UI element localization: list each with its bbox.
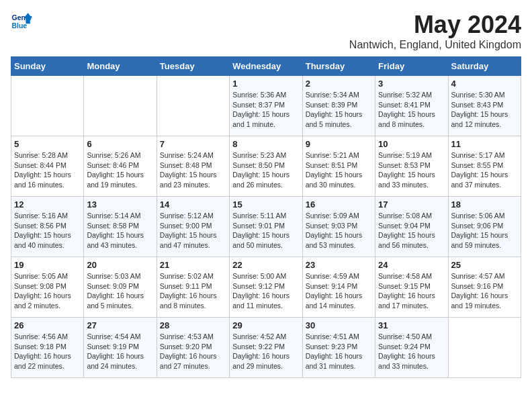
calendar-cell: 23Sunrise: 4:59 AMSunset: 9:14 PMDayligh… (302, 257, 375, 318)
calendar-cell: 14Sunrise: 5:12 AMSunset: 9:00 PMDayligh… (157, 197, 229, 257)
calendar-cell: 15Sunrise: 5:11 AMSunset: 9:01 PMDayligh… (230, 197, 302, 257)
day-number: 3 (378, 79, 445, 89)
calendar-header-row: SundayMondayTuesdayWednesdayThursdayFrid… (11, 57, 521, 76)
day-info: Sunrise: 5:00 AMSunset: 9:12 PMDaylight:… (232, 271, 299, 311)
day-info: Sunrise: 5:06 AMSunset: 9:06 PMDaylight:… (451, 211, 518, 250)
calendar-cell: 10Sunrise: 5:19 AMSunset: 8:53 PMDayligh… (375, 136, 448, 197)
calendar-cell: 29Sunrise: 4:52 AMSunset: 9:22 PMDayligh… (230, 318, 302, 378)
logo-icon: General Blue (11, 11, 32, 32)
calendar-cell: 20Sunrise: 5:03 AMSunset: 9:09 PMDayligh… (84, 257, 157, 318)
calendar-cell (157, 76, 229, 136)
week-row-2: 5Sunrise: 5:28 AMSunset: 8:44 PMDaylight… (11, 136, 521, 197)
day-number: 26 (14, 320, 81, 330)
calendar-cell (84, 76, 157, 136)
day-number: 11 (451, 139, 518, 149)
calendar-cell: 27Sunrise: 4:54 AMSunset: 9:19 PMDayligh… (84, 318, 157, 378)
calendar-table: SundayMondayTuesdayWednesdayThursdayFrid… (11, 56, 521, 378)
week-row-1: 1Sunrise: 5:36 AMSunset: 8:37 PMDaylight… (11, 76, 521, 136)
day-info: Sunrise: 5:28 AMSunset: 8:44 PMDaylight:… (14, 150, 81, 190)
header-monday: Monday (84, 57, 157, 76)
day-number: 30 (306, 320, 372, 330)
calendar-cell: 21Sunrise: 5:02 AMSunset: 9:11 PMDayligh… (157, 257, 229, 318)
logo: General Blue (11, 11, 32, 32)
day-number: 2 (306, 79, 372, 89)
calendar-cell: 28Sunrise: 4:53 AMSunset: 9:20 PMDayligh… (157, 318, 229, 378)
day-info: Sunrise: 5:11 AMSunset: 9:01 PMDaylight:… (232, 211, 299, 250)
day-info: Sunrise: 4:57 AMSunset: 9:16 PMDaylight:… (451, 271, 518, 311)
day-number: 15 (232, 199, 299, 210)
calendar-cell: 5Sunrise: 5:28 AMSunset: 8:44 PMDaylight… (11, 136, 84, 197)
day-number: 6 (87, 139, 153, 149)
day-number: 5 (14, 139, 81, 149)
day-number: 8 (232, 139, 299, 149)
day-number: 31 (378, 320, 445, 330)
day-number: 27 (87, 320, 153, 330)
calendar-cell: 12Sunrise: 5:16 AMSunset: 8:56 PMDayligh… (11, 197, 84, 257)
calendar-cell: 26Sunrise: 4:56 AMSunset: 9:18 PMDayligh… (11, 318, 84, 378)
day-info: Sunrise: 5:16 AMSunset: 8:56 PMDaylight:… (14, 211, 81, 250)
day-info: Sunrise: 5:19 AMSunset: 8:53 PMDaylight:… (378, 150, 445, 190)
header-thursday: Thursday (302, 57, 375, 76)
header-sunday: Sunday (11, 57, 84, 76)
calendar-cell: 9Sunrise: 5:21 AMSunset: 8:51 PMDaylight… (302, 136, 375, 197)
day-number: 14 (160, 199, 226, 210)
day-number: 16 (306, 199, 372, 210)
calendar-cell: 13Sunrise: 5:14 AMSunset: 8:58 PMDayligh… (84, 197, 157, 257)
day-info: Sunrise: 4:54 AMSunset: 9:19 PMDaylight:… (87, 332, 153, 371)
header-saturday: Saturday (448, 57, 521, 76)
day-number: 29 (232, 320, 299, 330)
day-info: Sunrise: 4:50 AMSunset: 9:24 PMDaylight:… (378, 332, 445, 371)
calendar-cell: 31Sunrise: 4:50 AMSunset: 9:24 PMDayligh… (375, 318, 448, 378)
calendar-cell (448, 318, 521, 378)
day-number: 13 (87, 199, 153, 210)
day-info: Sunrise: 4:51 AMSunset: 9:23 PMDaylight:… (306, 332, 372, 371)
day-info: Sunrise: 4:52 AMSunset: 9:22 PMDaylight:… (232, 332, 299, 371)
day-info: Sunrise: 5:09 AMSunset: 9:03 PMDaylight:… (306, 211, 372, 250)
header-friday: Friday (375, 57, 448, 76)
day-number: 20 (87, 260, 153, 270)
calendar-cell: 22Sunrise: 5:00 AMSunset: 9:12 PMDayligh… (230, 257, 302, 318)
calendar-cell: 19Sunrise: 5:05 AMSunset: 9:08 PMDayligh… (11, 257, 84, 318)
calendar-cell: 18Sunrise: 5:06 AMSunset: 9:06 PMDayligh… (448, 197, 521, 257)
page-header: General Blue May 2024 Nantwich, England,… (11, 11, 521, 51)
day-info: Sunrise: 5:24 AMSunset: 8:48 PMDaylight:… (160, 150, 226, 190)
day-number: 22 (232, 260, 299, 270)
day-number: 19 (14, 260, 81, 270)
calendar-cell: 6Sunrise: 5:26 AMSunset: 8:46 PMDaylight… (84, 136, 157, 197)
calendar-cell: 30Sunrise: 4:51 AMSunset: 9:23 PMDayligh… (302, 318, 375, 378)
day-info: Sunrise: 5:23 AMSunset: 8:50 PMDaylight:… (232, 150, 299, 190)
day-info: Sunrise: 5:26 AMSunset: 8:46 PMDaylight:… (87, 150, 153, 190)
day-info: Sunrise: 4:56 AMSunset: 9:18 PMDaylight:… (14, 332, 81, 371)
day-number: 17 (378, 199, 445, 210)
svg-text:Blue: Blue (12, 22, 28, 30)
day-info: Sunrise: 5:34 AMSunset: 8:39 PMDaylight:… (306, 90, 372, 130)
week-row-3: 12Sunrise: 5:16 AMSunset: 8:56 PMDayligh… (11, 197, 521, 257)
day-info: Sunrise: 5:21 AMSunset: 8:51 PMDaylight:… (306, 150, 372, 190)
day-number: 18 (451, 199, 518, 210)
calendar-cell: 24Sunrise: 4:58 AMSunset: 9:15 PMDayligh… (375, 257, 448, 318)
location-title: Nantwich, England, United Kingdom (349, 39, 521, 51)
calendar-cell: 3Sunrise: 5:32 AMSunset: 8:41 PMDaylight… (375, 76, 448, 136)
day-info: Sunrise: 5:02 AMSunset: 9:11 PMDaylight:… (160, 271, 226, 311)
day-info: Sunrise: 4:58 AMSunset: 9:15 PMDaylight:… (378, 271, 445, 311)
day-number: 4 (451, 79, 518, 89)
day-number: 23 (306, 260, 372, 270)
day-number: 28 (160, 320, 226, 330)
calendar-cell: 17Sunrise: 5:08 AMSunset: 9:04 PMDayligh… (375, 197, 448, 257)
week-row-4: 19Sunrise: 5:05 AMSunset: 9:08 PMDayligh… (11, 257, 521, 318)
day-info: Sunrise: 5:03 AMSunset: 9:09 PMDaylight:… (87, 271, 153, 311)
day-number: 9 (306, 139, 372, 149)
day-info: Sunrise: 5:08 AMSunset: 9:04 PMDaylight:… (378, 211, 445, 250)
calendar-cell: 25Sunrise: 4:57 AMSunset: 9:16 PMDayligh… (448, 257, 521, 318)
day-number: 1 (232, 79, 299, 89)
day-number: 10 (378, 139, 445, 149)
day-info: Sunrise: 5:05 AMSunset: 9:08 PMDaylight:… (14, 271, 81, 311)
day-number: 7 (160, 139, 226, 149)
header-wednesday: Wednesday (230, 57, 302, 76)
day-info: Sunrise: 5:30 AMSunset: 8:43 PMDaylight:… (451, 90, 518, 130)
day-info: Sunrise: 5:36 AMSunset: 8:37 PMDaylight:… (232, 90, 299, 130)
title-area: May 2024 Nantwich, England, United Kingd… (349, 11, 521, 51)
day-info: Sunrise: 5:12 AMSunset: 9:00 PMDaylight:… (160, 211, 226, 250)
calendar-cell: 1Sunrise: 5:36 AMSunset: 8:37 PMDaylight… (230, 76, 302, 136)
day-number: 12 (14, 199, 81, 210)
